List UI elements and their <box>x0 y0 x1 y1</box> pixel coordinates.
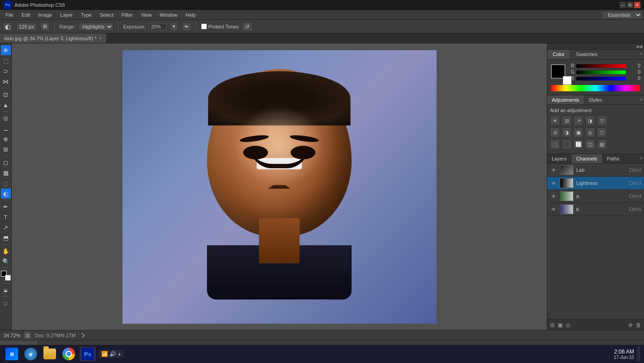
layers-tab[interactable]: Layers <box>547 154 572 163</box>
styles-tab[interactable]: Styles <box>584 95 607 104</box>
channel-row-lightness[interactable]: 👁 Lightness Ctrl+3 <box>547 177 644 190</box>
tool-lasso[interactable]: ⊃ <box>1 66 11 76</box>
channel-new-btn[interactable]: ⊕ <box>627 321 634 329</box>
layers-panel-menu[interactable]: ≡ <box>638 154 644 163</box>
menu-view[interactable]: View <box>137 11 155 19</box>
adj-threshold[interactable]: ⬜ <box>573 139 583 149</box>
menu-select[interactable]: Select <box>96 11 118 19</box>
color-swatch-container[interactable] <box>1 271 11 281</box>
background-color[interactable] <box>5 275 11 281</box>
tool-eraser[interactable]: ◻ <box>1 157 11 167</box>
tool-quick-mask[interactable]: ⬓ <box>1 285 11 295</box>
panel-collapse-btn[interactable]: ◀◀ <box>636 44 642 49</box>
color-tab[interactable]: Color <box>547 50 570 59</box>
document-tab-close[interactable]: × <box>99 36 102 41</box>
menu-filter[interactable]: Filter <box>118 11 136 19</box>
green-slider[interactable] <box>576 71 626 74</box>
swatches-tab[interactable]: Swatches <box>570 50 603 59</box>
title-bar-controls[interactable]: — ⧉ ✕ <box>620 2 640 8</box>
exposure-input[interactable] <box>149 23 166 30</box>
tool-shape[interactable]: ⬒ <box>1 233 11 243</box>
taskbar-start[interactable]: ⊞ <box>4 347 20 361</box>
channel-save-btn[interactable]: ▣ <box>557 321 564 329</box>
channel-row-a[interactable]: 👁 a Ctrl+4 <box>547 190 644 203</box>
adj-levels[interactable]: ⊟ <box>562 116 572 126</box>
channel-load-btn[interactable]: ◎ <box>565 321 571 329</box>
protect-tones-checkbox[interactable]: Protect Tones <box>201 24 239 29</box>
zoom-options-btn[interactable]: ▤ <box>24 332 31 339</box>
menu-window[interactable]: Window <box>156 11 181 19</box>
tool-eyedrop[interactable]: ▲ <box>1 100 11 110</box>
menu-edit[interactable]: Edit <box>18 11 34 19</box>
taskbar-photoshop[interactable]: Ps <box>80 347 96 361</box>
adj-brightness[interactable]: ☀ <box>550 116 560 126</box>
channel-row-lab[interactable]: 👁 Lab Ctrl+2 <box>547 164 644 177</box>
tool-crop[interactable]: ⊡ <box>1 90 11 99</box>
tool-history[interactable]: ⊞ <box>1 144 11 154</box>
restore-button[interactable]: ⧉ <box>627 2 633 8</box>
close-button[interactable]: ✕ <box>634 2 640 8</box>
minimize-button[interactable]: — <box>620 2 626 8</box>
taskbar-chrome[interactable] <box>61 347 77 361</box>
exposure-dropdown[interactable]: ▾ <box>170 22 178 31</box>
adj-exposure[interactable]: ◑ <box>585 116 595 126</box>
channel-eye-a[interactable]: 👁 <box>550 193 557 200</box>
color-spectrum[interactable] <box>551 85 640 91</box>
tool-hand[interactable]: ✋ <box>1 246 11 256</box>
taskbar-clock[interactable]: 2:06 AM 17-Jun-15 <box>614 349 634 360</box>
show-desktop-btn[interactable] <box>637 347 640 361</box>
menu-file[interactable]: File <box>2 11 17 19</box>
tool-path-select[interactable]: ↗ <box>1 222 11 232</box>
adj-bw[interactable]: ▣ <box>573 127 583 137</box>
channel-options-btn[interactable]: ⊞ <box>549 321 555 329</box>
protect-tones-check[interactable] <box>201 24 207 29</box>
color-panel-menu[interactable]: ≡ <box>638 50 644 59</box>
tool-zoom[interactable]: 🔍 <box>1 256 11 266</box>
document-tab[interactable]: kido.jpg @ 34.7% (Layer 3, Lightness/8) … <box>0 33 107 43</box>
taskbar-ie[interactable]: e <box>23 347 39 361</box>
adj-invert[interactable]: ⬚ <box>550 139 560 149</box>
channel-row-b[interactable]: 👁 b Ctrl+5 <box>547 203 644 216</box>
adj-vibrance[interactable]: ▽ <box>597 116 607 126</box>
main-color-swatches[interactable] <box>551 64 568 81</box>
menu-type[interactable]: Type <box>77 11 95 19</box>
show-hidden-icons[interactable]: ▲ <box>118 352 122 356</box>
adj-hue-sat[interactable]: ⊙ <box>550 127 560 137</box>
adj-posterize[interactable]: ⬛ <box>562 139 572 149</box>
status-arrow[interactable] <box>80 333 85 338</box>
tool-dodge[interactable]: ◐ <box>1 189 11 198</box>
tool-brush[interactable]: ⚊ <box>1 123 11 133</box>
tool-move[interactable]: ✥ <box>1 45 11 55</box>
channel-eye-b[interactable]: 👁 <box>550 206 557 213</box>
brush-options-btn[interactable]: ⊞ <box>40 22 50 31</box>
channel-eye-lab[interactable]: 👁 <box>550 166 557 174</box>
tool-select-rect[interactable]: ⬚ <box>1 56 11 66</box>
range-select[interactable]: Highlights Midtones Shadows <box>79 23 113 31</box>
paths-tab[interactable]: Paths <box>602 154 625 163</box>
airbrush-btn[interactable]: ✒ <box>182 22 192 31</box>
menu-image[interactable]: Image <box>35 11 56 19</box>
blue-slider[interactable] <box>576 77 626 80</box>
menu-help[interactable]: Help <box>182 11 199 19</box>
tool-magic-wand[interactable]: ⋈ <box>1 76 11 86</box>
adj-color-balance[interactable]: ◑ <box>562 127 572 137</box>
menu-layer[interactable]: Layer <box>56 11 76 19</box>
volume-icon[interactable]: 🔊 <box>109 351 116 357</box>
tool-gradient[interactable]: ▦ <box>1 168 11 178</box>
essentials-select[interactable]: Essentials <box>602 11 642 19</box>
adj-gradient-map[interactable]: ◫ <box>585 139 595 149</box>
tool-clone[interactable]: ⊕ <box>1 134 11 144</box>
tool-spot-heal[interactable]: ◎ <box>1 113 11 123</box>
adj-photo-filter[interactable]: ◎ <box>585 127 595 137</box>
channel-delete-btn[interactable]: 🗑 <box>635 321 642 329</box>
reset-tool-btn[interactable]: ↺ <box>242 22 252 31</box>
tool-icon-dodge[interactable]: ◐ <box>3 22 13 31</box>
channels-tab[interactable]: Channels <box>572 154 602 163</box>
background-swatch[interactable] <box>563 76 572 85</box>
network-icon[interactable]: 📶 <box>101 351 108 357</box>
adj-panel-menu[interactable]: ≡ <box>638 95 644 104</box>
brush-size-btn[interactable]: 125 px <box>16 23 37 31</box>
adj-channel-mixer[interactable]: ⬡ <box>597 127 607 137</box>
adjustments-tab[interactable]: Adjustments <box>547 95 584 104</box>
taskbar-folder[interactable] <box>42 347 58 361</box>
